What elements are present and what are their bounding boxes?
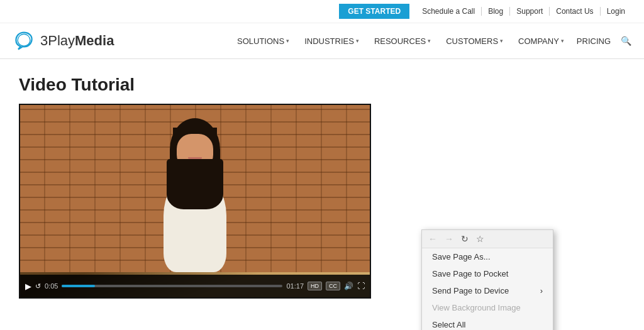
top-bar-links: Schedule a Call Blog Support Contact Us … xyxy=(416,7,631,16)
get-started-button[interactable]: GET STARTED xyxy=(339,4,409,19)
support-link[interactable]: Support xyxy=(509,7,549,16)
login-link[interactable]: Login xyxy=(600,7,631,16)
nav-customers[interactable]: CUSTOMERS ▾ xyxy=(438,36,511,46)
person-shoulder-hair xyxy=(167,159,223,209)
context-save-pocket[interactable]: Save Page to Pocket xyxy=(422,265,553,282)
logo-icon xyxy=(13,30,35,52)
contact-us-link[interactable]: Contact Us xyxy=(549,7,599,16)
context-menu-nav-bar: ← → ↻ ☆ xyxy=(422,230,553,248)
progress-fill xyxy=(62,285,95,287)
customers-chevron-icon: ▾ xyxy=(500,38,503,44)
schedule-call-link[interactable]: Schedule a Call xyxy=(416,7,481,16)
reload-icon[interactable]: ↻ xyxy=(461,234,469,244)
logo-text: 3PlayMedia xyxy=(40,33,114,49)
progress-bar[interactable] xyxy=(62,285,282,287)
nav-links: SOLUTIONS ▾ INDUSTRIES ▾ RESOURCES ▾ CUS… xyxy=(230,36,631,46)
video-player[interactable]: ▶ ↺ 0:05 01:17 HD CC 🔊 ⛶ xyxy=(19,104,371,299)
nav-industries[interactable]: INDUSTRIES ▾ xyxy=(297,36,367,46)
cc-badge[interactable]: CC xyxy=(326,282,340,290)
nav-bar: 3PlayMedia SOLUTIONS ▾ INDUSTRIES ▾ RESO… xyxy=(0,23,644,59)
hd-badge[interactable]: HD xyxy=(308,282,322,290)
page-title: Video Tutorial xyxy=(19,75,625,95)
page-content: Video Tutorial ▶ ↺ 0:05 xyxy=(0,59,644,305)
volume-button[interactable]: 🔊 xyxy=(344,282,353,290)
video-thumbnail xyxy=(20,105,370,297)
nav-solutions[interactable]: SOLUTIONS ▾ xyxy=(230,36,297,46)
search-icon[interactable]: 🔍 xyxy=(616,36,631,46)
resources-chevron-icon: ▾ xyxy=(428,38,431,44)
fullscreen-button[interactable]: ⛶ xyxy=(357,282,365,290)
replay-button[interactable]: ↺ xyxy=(35,282,41,290)
solutions-chevron-icon: ▾ xyxy=(286,38,289,44)
forward-icon[interactable]: → xyxy=(445,234,453,244)
nav-resources[interactable]: RESOURCES ▾ xyxy=(367,36,438,46)
video-controls: ▶ ↺ 0:05 01:17 HD CC 🔊 ⛶ xyxy=(20,275,370,297)
blog-link[interactable]: Blog xyxy=(481,7,509,16)
industries-chevron-icon: ▾ xyxy=(356,38,359,44)
nav-company[interactable]: COMPANY ▾ xyxy=(511,36,572,46)
context-save-page-as[interactable]: Save Page As... xyxy=(422,248,553,265)
arrow-right-icon: › xyxy=(540,286,543,295)
company-chevron-icon: ▾ xyxy=(561,38,564,44)
current-time: 0:05 xyxy=(45,282,58,290)
context-menu: ← → ↻ ☆ Save Page As... Save Page to Poc… xyxy=(421,229,553,330)
back-icon[interactable]: ← xyxy=(428,234,437,244)
context-select-all[interactable]: Select All xyxy=(422,316,553,330)
context-send-device[interactable]: Send Page to Device › xyxy=(422,282,553,299)
context-view-bg-image: View Background Image xyxy=(422,299,553,316)
top-bar: GET STARTED Schedule a Call Blog Support… xyxy=(0,0,644,23)
bookmark-icon[interactable]: ☆ xyxy=(476,234,484,244)
logo[interactable]: 3PlayMedia xyxy=(13,30,114,52)
nav-pricing[interactable]: PRICING xyxy=(572,36,616,46)
total-time: 01:17 xyxy=(286,282,304,290)
person-figure xyxy=(138,121,252,272)
play-button[interactable]: ▶ xyxy=(25,282,31,291)
